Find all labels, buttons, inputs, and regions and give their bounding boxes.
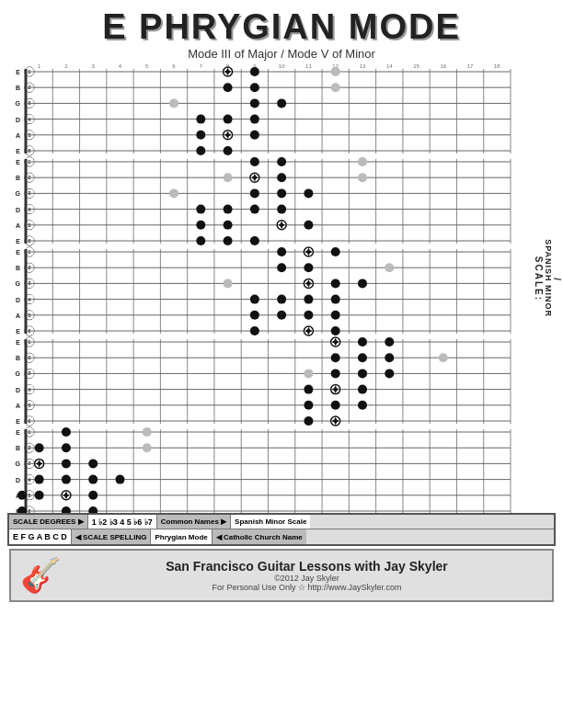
footer-title: San Francisco Guitar Lessons with Jay Sk…	[166, 559, 448, 574]
fretboards-col	[0, 63, 543, 513]
common-names-value: Spanish Minor Scale	[231, 515, 310, 529]
scale-degrees-value: 1 ♭2 ♭3 4 5 ♭6 ♭7	[88, 515, 157, 529]
scale-row-2: E F G A B C D ◀ SCALE SPELLING Phrygian …	[9, 529, 554, 544]
phrygian-mode: Phrygian Mode	[151, 529, 212, 544]
guitar-icon: 🎸	[20, 556, 62, 595]
footer-url: For Personal Use Only ☆ http://www.JaySk…	[212, 583, 401, 592]
common-names-label: Common Names ▶	[157, 515, 231, 529]
content-area: SCALE: SPANISH MINOR / PHRYGIAN	[0, 63, 563, 513]
scale-info-box: SCALE DEGREES ▶ 1 ♭2 ♭3 4 5 ♭6 ♭7 Common…	[7, 513, 556, 546]
scale-separator: /	[553, 277, 563, 281]
subtitle: Mode III of Major / Mode V of Minor	[0, 47, 563, 61]
church-name-label: ◀ Catholic Church Name	[213, 529, 306, 544]
scale-degrees-label: SCALE DEGREES ▶	[9, 515, 88, 529]
side-label: SCALE: SPANISH MINOR / PHRYGIAN	[543, 63, 563, 513]
footer: 🎸 San Francisco Guitar Lessons with Jay …	[9, 549, 554, 602]
footer-copyright: ©2012 Jay Skyler	[274, 574, 339, 583]
scale-spelling-label: ◀ SCALE SPELLING	[72, 529, 152, 544]
main-title: E PHRYGIAN MODE	[0, 7, 563, 47]
title-area: E PHRYGIAN MODE Mode III of Major / Mode…	[0, 0, 563, 63]
footer-text: San Francisco Guitar Lessons with Jay Sk…	[71, 559, 543, 592]
scale-notes: E F G A B C D	[9, 529, 72, 544]
scale-row-1: SCALE DEGREES ▶ 1 ♭2 ♭3 4 5 ♭6 ♭7 Common…	[9, 515, 554, 529]
scale-label: SCALE:	[534, 256, 544, 301]
fretboard-canvas	[0, 63, 534, 513]
page: E PHRYGIAN MODE Mode III of Major / Mode…	[0, 0, 563, 728]
scale-name1: SPANISH MINOR	[544, 240, 553, 318]
bottom-section: SCALE DEGREES ▶ 1 ♭2 ♭3 4 5 ♭6 ♭7 Common…	[7, 513, 556, 546]
